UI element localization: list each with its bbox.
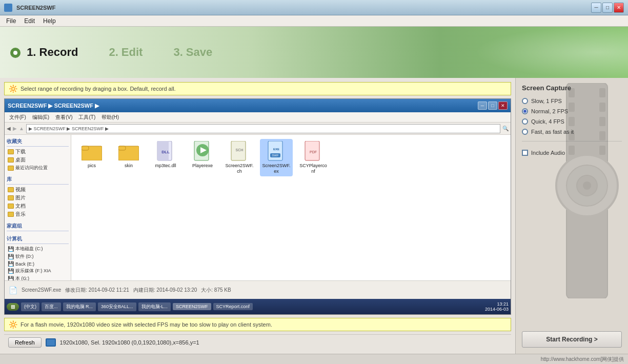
folder-icon-skin bbox=[118, 141, 139, 161]
explorer-toolbar: ◀ ▶ ▲ ▶ SCREEN2SWF ▶ SCREEN2SWF ▶ 🔍 bbox=[5, 123, 511, 135]
menu-help[interactable]: Help bbox=[39, 16, 60, 26]
exp-menu-view[interactable]: 查看(V) bbox=[53, 113, 75, 122]
file-item-skin[interactable]: skin bbox=[112, 139, 145, 176]
taskbar-clock: 13:21 2014-06-03 bbox=[485, 301, 509, 312]
status-modified: 修改日期: 2014-09-02 11:21 bbox=[65, 287, 129, 294]
include-audio-checkbox bbox=[522, 150, 528, 156]
maximize-button[interactable]: □ bbox=[602, 3, 613, 13]
sidebar-item-c[interactable]: 💾 本地磁盘 (C:) bbox=[7, 245, 69, 253]
step-1: 1. Record bbox=[10, 46, 78, 59]
taskbar-item-5[interactable]: 我的电脑-L... bbox=[138, 302, 171, 311]
radio-quick-circle bbox=[522, 118, 528, 125]
close-button[interactable]: ✕ bbox=[614, 3, 624, 13]
status-text: 1920x1080, Sel. 1920x1080 (0,0,1920,1080… bbox=[60, 339, 199, 346]
exp-menu-edit[interactable]: 编辑(E) bbox=[30, 113, 52, 122]
sidebar-item-pictures[interactable]: 图片 bbox=[7, 194, 69, 202]
minimize-button[interactable]: ─ bbox=[591, 3, 601, 13]
toolbar-up[interactable]: ▲ bbox=[19, 126, 24, 131]
explorer-close[interactable]: ✕ bbox=[498, 102, 508, 110]
exp-menu-file[interactable]: 文件(F) bbox=[7, 113, 29, 122]
menu-file[interactable]: File bbox=[2, 16, 20, 26]
right-panel: Screen Capture Slow, 1 FPS Normal, 2 FPS… bbox=[515, 78, 628, 354]
info-message: Select range of recording by draging a b… bbox=[21, 86, 176, 92]
file-item-exe[interactable]: EXE SWF Screen2SWF.ex bbox=[260, 139, 293, 176]
explorer-maximize[interactable]: □ bbox=[488, 102, 497, 110]
film-reel-decoration bbox=[536, 83, 628, 298]
step-3-label: 3. Save bbox=[173, 46, 212, 58]
file-item-sch[interactable]: SCH Screen2SWF.ch bbox=[223, 139, 256, 176]
svg-text:SCH: SCH bbox=[236, 148, 244, 152]
sidebar-item-desktop[interactable]: 桌面 bbox=[7, 156, 69, 164]
refresh-button[interactable]: Refresh bbox=[8, 337, 42, 348]
sidebar-item-e[interactable]: 💾 Back (E:) bbox=[7, 260, 69, 267]
taskbar-item-1[interactable]: (中文) bbox=[21, 302, 39, 311]
sidebar-computer: 计算机 💾 本地磁盘 (C:) 💾 软件 (D:) 💾 Back (E:) bbox=[7, 234, 69, 280]
sidebar-item-recent[interactable]: 最近访问的位置 bbox=[7, 164, 69, 172]
window-controls: ─ □ ✕ bbox=[591, 3, 624, 13]
sidebar-item-downloads[interactable]: 下载 bbox=[7, 148, 69, 156]
exp-menu-tools[interactable]: 工具(T) bbox=[76, 113, 98, 122]
explorer-sidebar: 收藏夹 下载 桌面 最近访问的位置 bbox=[5, 135, 71, 280]
exp-menu-help[interactable]: 帮助(H) bbox=[99, 113, 121, 122]
svg-rect-29 bbox=[599, 131, 605, 140]
folder-icon bbox=[8, 187, 14, 192]
svg-text:DLL: DLL bbox=[161, 150, 170, 154]
file-item-conf[interactable]: PDF SCYPlayerconf bbox=[297, 139, 330, 176]
toolbar-forward[interactable]: ▶ bbox=[13, 126, 17, 131]
search-icon[interactable]: 🔍 bbox=[502, 126, 509, 131]
explorer-controls: ─ □ ✕ bbox=[478, 102, 508, 110]
file-name-player: Playerexe bbox=[192, 163, 213, 169]
file-item-dll[interactable]: DLL mp3tec.dll bbox=[149, 139, 182, 176]
file-name-conf: SCYPlayerconf bbox=[299, 163, 328, 174]
taskbar-item-4[interactable]: 360安全BALL... bbox=[98, 302, 136, 311]
footer-url: http://www.hackhome.com[网侠]提供 bbox=[0, 354, 628, 364]
steps-nav: 1. Record 2. Edit 3. Save bbox=[10, 46, 212, 59]
menu-bar: File Edit Help bbox=[0, 15, 628, 27]
exe-icon-player bbox=[192, 141, 213, 161]
file-name-sch: Screen2SWF.ch bbox=[225, 163, 254, 174]
folder-icon-pics bbox=[82, 141, 102, 161]
sidebar-favorites: 收藏夹 下载 桌面 最近访问的位置 bbox=[7, 137, 69, 172]
sidebar-homegroup: 家庭组 bbox=[7, 221, 69, 231]
file-name-dll: mp3tec.dll bbox=[155, 163, 176, 169]
conf-icon: PDF bbox=[303, 141, 323, 161]
sidebar-item-music[interactable]: 音乐 bbox=[7, 210, 69, 218]
taskbar-start[interactable]: ⊞ bbox=[7, 303, 19, 311]
start-recording-button[interactable]: Start Recording > bbox=[522, 331, 622, 348]
explorer-minimize[interactable]: ─ bbox=[478, 102, 487, 110]
sidebar-item-docs[interactable]: 文档 bbox=[7, 202, 69, 210]
svg-text:SWF: SWF bbox=[272, 154, 279, 157]
file-name-pics: pics bbox=[88, 163, 96, 169]
explorer-window: SCREEN2SWF ▶ SCREEN2SWF ▶ ─ □ ✕ 文件(F) 编辑… bbox=[4, 98, 511, 315]
toolbar-back[interactable]: ◀ bbox=[7, 126, 11, 131]
folder-icon bbox=[8, 212, 14, 217]
menu-edit[interactable]: Edit bbox=[20, 16, 39, 26]
radio-fast-circle bbox=[522, 129, 528, 135]
sidebar-item-f[interactable]: 💾 娱乐媒体 (F:) XIA bbox=[7, 267, 69, 275]
file-icon-sch: SCH bbox=[229, 141, 250, 161]
sidebar-library: 库 视频 图片 文档 bbox=[7, 175, 69, 218]
sidebar-item-video[interactable]: 视频 bbox=[7, 186, 69, 194]
sidebar-item-g[interactable]: 💾 本 (G:) bbox=[7, 275, 69, 280]
taskbar-item-6[interactable]: SCREEN2SWF bbox=[173, 303, 211, 310]
svg-text:EXE: EXE bbox=[273, 148, 279, 151]
file-name-skin: skin bbox=[125, 163, 133, 169]
footer-url-text: http://www.hackhome.com[网侠]提供 bbox=[541, 356, 624, 363]
explorer-body: 收藏夹 下载 桌面 最近访问的位置 bbox=[5, 135, 511, 280]
svg-rect-23 bbox=[569, 131, 575, 140]
status-size: 大小: 875 KB bbox=[201, 287, 231, 294]
explorer-taskbar: ⊞ (中文) 百度... 我的电脑 R... 360安全BALL... 我的电脑… bbox=[5, 299, 511, 314]
bottom-bar: Refresh 1920x1080, Sel. 1920x1080 (0,0,1… bbox=[4, 334, 511, 350]
taskbar-item-7[interactable]: SCYReport.conf bbox=[213, 303, 253, 310]
taskbar-item-3[interactable]: 我的电脑 R... bbox=[63, 302, 96, 311]
radio-slow-circle bbox=[522, 98, 528, 104]
folder-icon bbox=[8, 157, 14, 163]
file-item-pics[interactable]: pics bbox=[75, 139, 108, 176]
folder-icon bbox=[8, 166, 14, 171]
file-item-player[interactable]: Playerexe bbox=[186, 139, 219, 176]
screenshot-icon bbox=[46, 338, 56, 347]
svg-rect-24 bbox=[569, 146, 575, 155]
sidebar-item-d[interactable]: 💾 软件 (D:) bbox=[7, 253, 69, 260]
address-bar[interactable]: ▶ SCREEN2SWF ▶ SCREEN2SWF ▶ bbox=[26, 124, 500, 133]
taskbar-item-2[interactable]: 百度... bbox=[42, 302, 61, 311]
